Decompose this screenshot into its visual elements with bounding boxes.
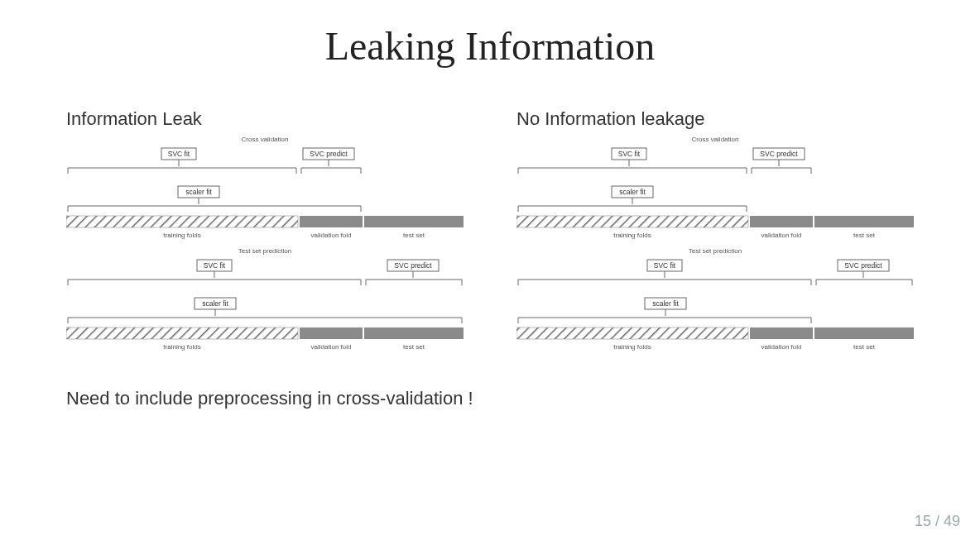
- cv-svcpredict-bracket: SVC predict: [752, 148, 811, 174]
- tsp-scaler-bracket: scaler fit: [518, 298, 811, 323]
- tsp-svcpredict-bracket: SVC predict: [816, 260, 912, 285]
- cv-svcfit-bracket: SVC fit: [518, 148, 747, 174]
- svg-rect-33: [814, 216, 914, 227]
- svg-rect-15: [300, 327, 363, 339]
- page-title: Leaking Information: [0, 23, 980, 69]
- column-right: No Information leakage Cross validation …: [516, 108, 914, 356]
- svg-text:SVC predict: SVC predict: [844, 261, 882, 270]
- tsp-svcpredict-bracket: SVC predict: [366, 260, 462, 285]
- cv-data-bar: [516, 216, 914, 227]
- svg-text:training folds: training folds: [613, 343, 651, 351]
- svg-rect-48: [814, 327, 914, 339]
- svg-rect-47: [750, 327, 813, 339]
- svg-text:SVC predict: SVC predict: [310, 150, 348, 158]
- svg-text:scaler fit: scaler fit: [185, 188, 212, 196]
- column-left: Information Leak Cross validation t: [66, 108, 464, 356]
- svg-text:SVC fit: SVC fit: [204, 261, 226, 270]
- left-column-heading: Information Leak: [66, 108, 464, 130]
- page-total: 49: [944, 513, 960, 529]
- label-training-folds: training folds: [163, 232, 200, 239]
- svg-text:validation fold: validation fold: [761, 343, 802, 351]
- page-number: 15 / 49: [915, 513, 960, 530]
- svg-text:SVC fit: SVC fit: [168, 150, 190, 158]
- svg-text:scaler fit: scaler fit: [652, 299, 679, 308]
- svg-rect-3: [300, 216, 363, 227]
- label-test-set-prediction: Test set prediction: [238, 247, 291, 255]
- cv-svcpredict-bracket: SVC predict: [301, 148, 361, 174]
- svg-text:test set: test set: [853, 343, 876, 351]
- label-validation-fold: validation fold: [311, 232, 352, 239]
- svg-rect-4: [364, 216, 464, 227]
- tsp-svcfit-bracket: SVC fit: [518, 260, 811, 285]
- svg-rect-16: [364, 327, 464, 339]
- no-leak-diagram: Cross validation training folds validati…: [516, 133, 914, 356]
- svg-text:SVC predict: SVC predict: [394, 261, 432, 270]
- svg-text:test set: test set: [853, 232, 876, 239]
- label-cross-validation: Cross validation: [692, 136, 739, 143]
- conclusion-text: Need to include preprocessing in cross-v…: [0, 388, 980, 409]
- svg-text:scaler fit: scaler fit: [619, 188, 646, 196]
- svg-rect-46: [516, 327, 748, 339]
- svg-text:training folds: training folds: [613, 232, 651, 239]
- svg-rect-31: [516, 216, 748, 227]
- svg-text:scaler fit: scaler fit: [202, 299, 228, 308]
- diagram-columns: Information Leak Cross validation t: [0, 108, 980, 356]
- svg-rect-32: [750, 216, 813, 227]
- svg-rect-14: [66, 327, 298, 339]
- tsp-data-bar: [516, 327, 914, 339]
- label-test-set: test set: [403, 232, 425, 239]
- tsp-svcfit-bracket: SVC fit: [68, 260, 361, 285]
- cv-scaler-bracket: scaler fit: [518, 186, 747, 212]
- right-column-heading: No Information leakage: [516, 108, 914, 130]
- svg-text:SVC fit: SVC fit: [618, 150, 641, 158]
- svg-text:training folds: training folds: [163, 343, 200, 351]
- leak-diagram: Cross validation training folds validati…: [66, 133, 464, 356]
- tsp-data-bar: [66, 327, 464, 339]
- tsp-scaler-bracket: scaler fit: [68, 298, 462, 323]
- label-cross-validation: Cross validation: [242, 136, 289, 143]
- label-test-set-prediction: Test set prediction: [689, 247, 742, 255]
- svg-text:SVC predict: SVC predict: [760, 150, 798, 158]
- cv-svcfit-bracket: SVC fit: [68, 148, 296, 174]
- cv-scaler-bracket: scaler fit: [68, 186, 361, 212]
- svg-text:validation fold: validation fold: [311, 343, 352, 351]
- svg-rect-2: [66, 216, 298, 227]
- svg-text:validation fold: validation fold: [761, 232, 802, 239]
- page-current: 15: [915, 513, 931, 529]
- svg-text:SVC fit: SVC fit: [654, 261, 676, 270]
- svg-text:test set: test set: [403, 343, 425, 351]
- cv-data-bar: [66, 216, 464, 227]
